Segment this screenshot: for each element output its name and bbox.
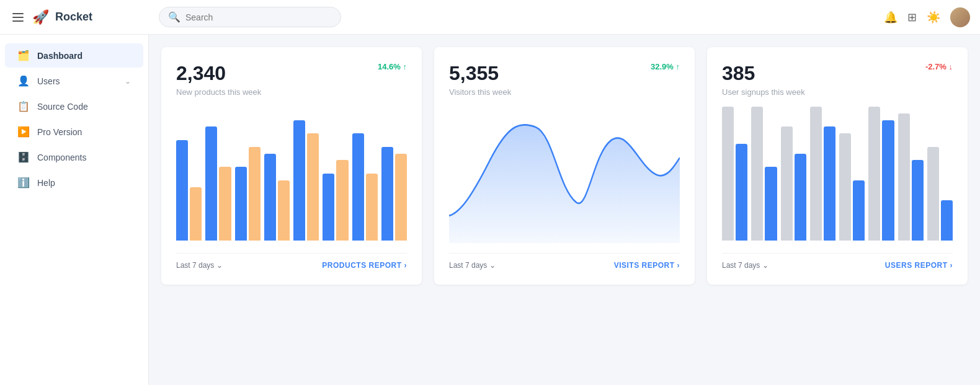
bar-blue bbox=[824, 126, 835, 241]
bar-blue bbox=[293, 120, 305, 241]
sidebar-label-users: Users bbox=[37, 76, 117, 86]
area-chart-svg bbox=[449, 107, 680, 243]
products-footer: Last 7 days ⌄ PRODUCTS REPORT › bbox=[176, 253, 407, 270]
sidebar-item-source-code[interactable]: 📋 Source Code bbox=[5, 94, 143, 118]
bar-gray bbox=[751, 107, 763, 241]
grouped-bar-group bbox=[722, 107, 747, 241]
bar-blue bbox=[264, 154, 276, 241]
hamburger-button[interactable] bbox=[10, 11, 26, 24]
visitors-value: 5,355 bbox=[449, 62, 499, 85]
signups-card: 385 -2.7% ↓ User signups this week Last … bbox=[707, 47, 968, 285]
search-bar[interactable]: 🔍 bbox=[159, 7, 341, 27]
bar-chart bbox=[176, 107, 407, 243]
header: 🚀 Rocket 🔍 🔔 ⊞ ☀️ bbox=[0, 0, 980, 35]
pro-version-icon: ▶️ bbox=[17, 126, 30, 138]
bar-gray bbox=[781, 126, 793, 241]
bar-gray bbox=[839, 133, 851, 241]
products-period-chevron: ⌄ bbox=[216, 261, 223, 270]
users-report-link[interactable]: USERS REPORT › bbox=[885, 261, 953, 270]
app-title: Rocket bbox=[55, 11, 92, 24]
sidebar-label-source-code: Source Code bbox=[37, 102, 131, 112]
bar-orange bbox=[366, 174, 378, 241]
signups-footer-period[interactable]: Last 7 days ⌄ bbox=[722, 261, 768, 270]
bar-orange bbox=[278, 180, 290, 241]
visitors-period-chevron: ⌄ bbox=[489, 261, 496, 270]
products-report-link[interactable]: PRODUCTS REPORT › bbox=[322, 261, 407, 270]
source-code-icon: 📋 bbox=[17, 100, 30, 112]
sidebar-label-pro-version: Pro Version bbox=[37, 127, 131, 137]
bar-orange bbox=[190, 187, 202, 241]
sidebar-label-dashboard: Dashboard bbox=[37, 51, 131, 61]
bar-blue bbox=[352, 133, 364, 241]
visitors-period-label: Last 7 days bbox=[449, 261, 487, 270]
visitors-chart bbox=[449, 107, 680, 243]
signups-card-header: 385 -2.7% ↓ bbox=[722, 62, 953, 85]
bar-group bbox=[176, 107, 202, 241]
visitors-card: 5,355 32.9% ↑ Visitors this week bbox=[434, 47, 695, 285]
sidebar-item-components[interactable]: 🗄️ Components bbox=[5, 145, 143, 169]
bar-orange bbox=[336, 160, 348, 241]
sun-icon[interactable]: ☀️ bbox=[927, 11, 940, 24]
bar-group bbox=[323, 107, 348, 241]
grouped-bar-group bbox=[781, 107, 806, 241]
products-footer-period[interactable]: Last 7 days ⌄ bbox=[176, 261, 223, 270]
logo-icon: 🚀 bbox=[32, 9, 49, 25]
main-content: 2,340 14.6% ↑ New products this week Las… bbox=[149, 35, 980, 385]
products-period-label: Last 7 days bbox=[176, 261, 214, 270]
visitors-subtitle: Visitors this week bbox=[449, 87, 680, 97]
signups-footer: Last 7 days ⌄ USERS REPORT › bbox=[722, 253, 953, 270]
bar-group bbox=[235, 107, 261, 241]
bar-orange bbox=[395, 154, 407, 241]
bar-group bbox=[381, 107, 407, 241]
bar-blue bbox=[941, 200, 953, 241]
search-icon: 🔍 bbox=[168, 11, 180, 23]
bar-group bbox=[264, 107, 290, 241]
search-input[interactable] bbox=[185, 12, 332, 22]
bar-blue bbox=[235, 167, 247, 241]
products-card-header: 2,340 14.6% ↑ bbox=[176, 62, 407, 85]
signups-period-label: Last 7 days bbox=[722, 261, 760, 270]
main-layout: 🗂️ Dashboard 👤 Users ⌄ 📋 Source Code ▶️ … bbox=[0, 35, 980, 385]
sidebar-item-users[interactable]: 👤 Users ⌄ bbox=[5, 69, 143, 93]
grid-icon[interactable]: ⊞ bbox=[907, 11, 917, 24]
bar-gray bbox=[722, 107, 734, 241]
users-icon: 👤 bbox=[17, 75, 30, 87]
sidebar-item-dashboard[interactable]: 🗂️ Dashboard bbox=[5, 43, 143, 68]
grouped-bar-group bbox=[751, 107, 777, 241]
bar-blue bbox=[765, 167, 777, 241]
products-subtitle: New products this week bbox=[176, 87, 407, 97]
bar-gray bbox=[898, 113, 910, 241]
bell-icon[interactable]: 🔔 bbox=[884, 11, 898, 24]
bar-group bbox=[352, 107, 378, 241]
bar-blue bbox=[205, 126, 217, 241]
products-value: 2,340 bbox=[176, 62, 226, 85]
avatar[interactable] bbox=[950, 7, 970, 27]
bar-gray bbox=[868, 107, 880, 241]
visitors-footer-period[interactable]: Last 7 days ⌄ bbox=[449, 261, 496, 270]
bar-blue bbox=[736, 144, 747, 241]
sidebar-item-help[interactable]: ℹ️ Help bbox=[5, 170, 143, 195]
visits-report-chevron: › bbox=[677, 261, 680, 270]
users-report-label: USERS REPORT bbox=[885, 261, 948, 270]
signups-change: -2.7% ↓ bbox=[925, 62, 953, 71]
bar-blue bbox=[912, 160, 924, 241]
bar-blue bbox=[795, 154, 806, 241]
products-report-label: PRODUCTS REPORT bbox=[322, 261, 401, 270]
bar-blue bbox=[323, 174, 334, 241]
bar-group bbox=[205, 107, 231, 241]
components-icon: 🗄️ bbox=[17, 151, 30, 163]
bar-blue bbox=[381, 147, 393, 241]
signups-value: 385 bbox=[722, 62, 755, 85]
products-chart bbox=[176, 107, 407, 243]
bar-blue bbox=[853, 180, 865, 241]
visits-report-link[interactable]: VISITS REPORT › bbox=[614, 261, 680, 270]
signups-period-chevron: ⌄ bbox=[762, 261, 768, 270]
bar-group bbox=[293, 107, 319, 241]
grouped-bar-group bbox=[839, 107, 865, 241]
visitors-change: 32.9% ↑ bbox=[651, 62, 680, 71]
bar-orange bbox=[249, 147, 261, 241]
sidebar-item-pro-version[interactable]: ▶️ Pro Version bbox=[5, 120, 143, 144]
visitors-footer: Last 7 days ⌄ VISITS REPORT › bbox=[449, 253, 680, 270]
chevron-down-icon: ⌄ bbox=[125, 77, 131, 86]
header-left: 🚀 Rocket bbox=[10, 9, 159, 25]
